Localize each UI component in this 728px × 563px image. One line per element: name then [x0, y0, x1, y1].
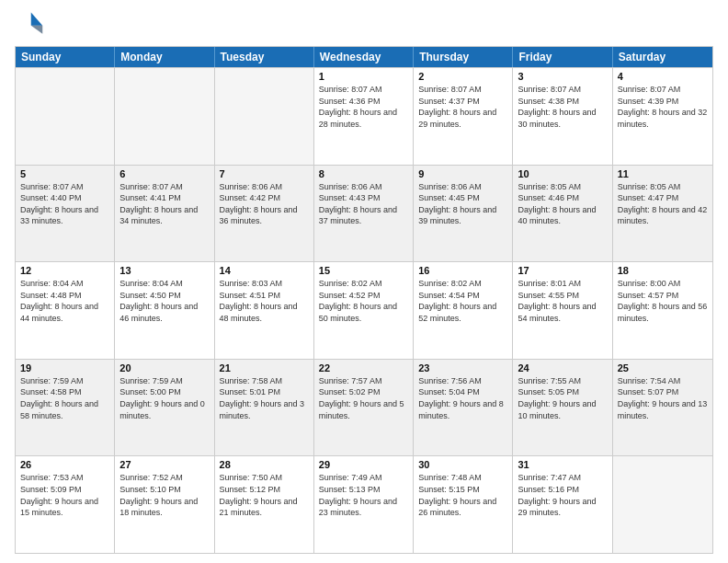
day-number: 14	[220, 265, 309, 276]
day-info: Sunrise: 8:07 AMSunset: 4:41 PMDaylight:…	[119, 181, 209, 227]
calendar-day-1: 1Sunrise: 8:07 AMSunset: 4:36 PMDaylight…	[314, 68, 414, 165]
day-info: Sunrise: 8:01 AMSunset: 4:55 PMDaylight:…	[518, 278, 607, 324]
calendar-day-19: 19Sunrise: 7:59 AMSunset: 4:58 PMDayligh…	[16, 360, 115, 456]
calendar-week-3: 12Sunrise: 8:04 AMSunset: 4:48 PMDayligh…	[16, 261, 712, 359]
day-info: Sunrise: 8:07 AMSunset: 4:38 PMDaylight:…	[518, 84, 607, 130]
logo	[15, 9, 48, 39]
calendar-day-16: 16Sunrise: 8:02 AMSunset: 4:54 PMDayligh…	[414, 262, 513, 359]
calendar-day-8: 8Sunrise: 8:06 AMSunset: 4:43 PMDaylight…	[314, 166, 414, 262]
calendar-day-25: 25Sunrise: 7:54 AMSunset: 5:07 PMDayligh…	[613, 360, 712, 456]
day-number: 7	[220, 168, 309, 179]
calendar-week-1: 1Sunrise: 8:07 AMSunset: 4:36 PMDaylight…	[16, 67, 712, 165]
day-number: 13	[119, 265, 209, 276]
day-info: Sunrise: 8:05 AMSunset: 4:46 PMDaylight:…	[518, 181, 607, 227]
day-number: 20	[119, 362, 209, 373]
day-number: 11	[618, 168, 708, 179]
calendar-day-6: 6Sunrise: 8:07 AMSunset: 4:41 PMDaylight…	[115, 166, 214, 262]
day-number: 2	[418, 71, 507, 82]
day-number: 23	[418, 362, 507, 373]
day-info: Sunrise: 7:49 AMSunset: 5:13 PMDaylight:…	[319, 472, 408, 518]
day-info: Sunrise: 7:59 AMSunset: 5:00 PMDaylight:…	[119, 375, 209, 421]
header-cell-sunday: Sunday	[16, 47, 115, 67]
calendar-day-29: 29Sunrise: 7:49 AMSunset: 5:13 PMDayligh…	[314, 456, 414, 553]
day-info: Sunrise: 7:59 AMSunset: 4:58 PMDaylight:…	[20, 375, 109, 421]
day-number: 28	[220, 459, 309, 470]
day-number: 15	[319, 265, 408, 276]
calendar-week-5: 26Sunrise: 7:53 AMSunset: 5:09 PMDayligh…	[16, 455, 712, 553]
svg-rect-2	[17, 13, 31, 34]
calendar-day-30: 30Sunrise: 7:48 AMSunset: 5:15 PMDayligh…	[414, 456, 513, 553]
calendar-day-26: 26Sunrise: 7:53 AMSunset: 5:09 PMDayligh…	[16, 456, 115, 553]
day-info: Sunrise: 7:48 AMSunset: 5:15 PMDaylight:…	[418, 472, 507, 518]
calendar-week-4: 19Sunrise: 7:59 AMSunset: 4:58 PMDayligh…	[16, 359, 712, 456]
day-number: 9	[418, 168, 507, 179]
calendar-day-21: 21Sunrise: 7:58 AMSunset: 5:01 PMDayligh…	[215, 360, 314, 456]
day-number: 30	[418, 459, 507, 470]
day-info: Sunrise: 7:53 AMSunset: 5:09 PMDaylight:…	[20, 472, 109, 518]
day-number: 6	[119, 168, 209, 179]
svg-marker-0	[31, 13, 42, 26]
calendar-day-23: 23Sunrise: 7:56 AMSunset: 5:04 PMDayligh…	[414, 360, 513, 456]
calendar-day-13: 13Sunrise: 8:04 AMSunset: 4:50 PMDayligh…	[115, 262, 214, 359]
day-number: 24	[518, 362, 607, 373]
calendar-day-17: 17Sunrise: 8:01 AMSunset: 4:55 PMDayligh…	[513, 262, 612, 359]
day-number: 22	[319, 362, 408, 373]
day-number: 10	[518, 168, 607, 179]
calendar-day-9: 9Sunrise: 8:06 AMSunset: 4:45 PMDaylight…	[414, 166, 513, 262]
calendar-day-28: 28Sunrise: 7:50 AMSunset: 5:12 PMDayligh…	[215, 456, 314, 553]
svg-marker-1	[31, 26, 42, 34]
calendar-day-22: 22Sunrise: 7:57 AMSunset: 5:02 PMDayligh…	[314, 360, 414, 456]
day-info: Sunrise: 8:05 AMSunset: 4:47 PMDaylight:…	[618, 181, 708, 227]
day-info: Sunrise: 8:02 AMSunset: 4:54 PMDaylight:…	[418, 278, 507, 324]
day-number: 18	[618, 265, 708, 276]
day-info: Sunrise: 7:52 AMSunset: 5:10 PMDaylight:…	[119, 472, 209, 518]
day-info: Sunrise: 8:07 AMSunset: 4:39 PMDaylight:…	[618, 84, 708, 130]
calendar-day-12: 12Sunrise: 8:04 AMSunset: 4:48 PMDayligh…	[16, 262, 115, 359]
calendar-day-27: 27Sunrise: 7:52 AMSunset: 5:10 PMDayligh…	[115, 456, 214, 553]
calendar-day-7: 7Sunrise: 8:06 AMSunset: 4:42 PMDaylight…	[215, 166, 314, 262]
logo-icon	[15, 9, 44, 39]
day-info: Sunrise: 8:03 AMSunset: 4:51 PMDaylight:…	[220, 278, 309, 324]
calendar-day-15: 15Sunrise: 8:02 AMSunset: 4:52 PMDayligh…	[314, 262, 414, 359]
header-cell-wednesday: Wednesday	[314, 47, 414, 67]
day-number: 12	[20, 265, 109, 276]
day-number: 31	[518, 459, 607, 470]
day-number: 1	[319, 71, 408, 82]
day-number: 8	[319, 168, 408, 179]
calendar-day-11: 11Sunrise: 8:05 AMSunset: 4:47 PMDayligh…	[613, 166, 712, 262]
day-info: Sunrise: 8:04 AMSunset: 4:50 PMDaylight:…	[119, 278, 209, 324]
day-info: Sunrise: 8:07 AMSunset: 4:40 PMDaylight:…	[20, 181, 109, 227]
day-info: Sunrise: 7:57 AMSunset: 5:02 PMDaylight:…	[319, 375, 408, 421]
calendar-day-18: 18Sunrise: 8:00 AMSunset: 4:57 PMDayligh…	[613, 262, 712, 359]
calendar-day-4: 4Sunrise: 8:07 AMSunset: 4:39 PMDaylight…	[613, 68, 712, 165]
calendar-day-empty	[115, 68, 214, 165]
header-cell-thursday: Thursday	[414, 47, 513, 67]
calendar-day-31: 31Sunrise: 7:47 AMSunset: 5:16 PMDayligh…	[513, 456, 612, 553]
day-number: 4	[618, 71, 708, 82]
day-info: Sunrise: 7:50 AMSunset: 5:12 PMDaylight:…	[220, 472, 309, 518]
calendar-day-empty	[16, 68, 115, 165]
day-number: 3	[518, 71, 607, 82]
day-number: 25	[618, 362, 708, 373]
day-number: 26	[20, 459, 109, 470]
day-number: 17	[518, 265, 607, 276]
day-info: Sunrise: 8:06 AMSunset: 4:42 PMDaylight:…	[220, 181, 309, 227]
calendar-day-2: 2Sunrise: 8:07 AMSunset: 4:37 PMDaylight…	[414, 68, 513, 165]
day-info: Sunrise: 8:06 AMSunset: 4:43 PMDaylight:…	[319, 181, 408, 227]
calendar-day-24: 24Sunrise: 7:55 AMSunset: 5:05 PMDayligh…	[513, 360, 612, 456]
day-number: 21	[220, 362, 309, 373]
day-number: 27	[119, 459, 209, 470]
calendar-day-5: 5Sunrise: 8:07 AMSunset: 4:40 PMDaylight…	[16, 166, 115, 262]
calendar-day-empty	[215, 68, 314, 165]
calendar-day-10: 10Sunrise: 8:05 AMSunset: 4:46 PMDayligh…	[513, 166, 612, 262]
page: SundayMondayTuesdayWednesdayThursdayFrid…	[0, 0, 728, 563]
calendar: SundayMondayTuesdayWednesdayThursdayFrid…	[15, 46, 713, 554]
day-info: Sunrise: 7:55 AMSunset: 5:05 PMDaylight:…	[518, 375, 607, 421]
day-info: Sunrise: 7:58 AMSunset: 5:01 PMDaylight:…	[220, 375, 309, 421]
day-info: Sunrise: 7:47 AMSunset: 5:16 PMDaylight:…	[518, 472, 607, 518]
header-cell-monday: Monday	[115, 47, 214, 67]
day-number: 29	[319, 459, 408, 470]
day-number: 5	[20, 168, 109, 179]
calendar-day-3: 3Sunrise: 8:07 AMSunset: 4:38 PMDaylight…	[513, 68, 612, 165]
header-cell-saturday: Saturday	[613, 47, 712, 67]
